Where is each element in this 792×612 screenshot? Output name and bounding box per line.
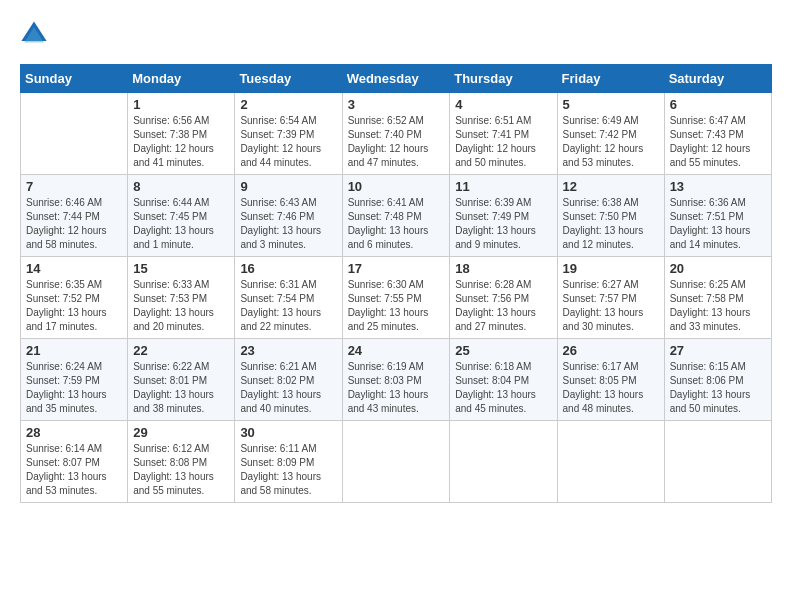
day-cell: 26Sunrise: 6:17 AM Sunset: 8:05 PM Dayli…	[557, 339, 664, 421]
day-number: 13	[670, 179, 766, 194]
day-cell	[21, 93, 128, 175]
day-cell: 19Sunrise: 6:27 AM Sunset: 7:57 PM Dayli…	[557, 257, 664, 339]
column-header-friday: Friday	[557, 65, 664, 93]
week-row-1: 1Sunrise: 6:56 AM Sunset: 7:38 PM Daylig…	[21, 93, 772, 175]
day-cell: 2Sunrise: 6:54 AM Sunset: 7:39 PM Daylig…	[235, 93, 342, 175]
day-number: 26	[563, 343, 659, 358]
day-info: Sunrise: 6:11 AM Sunset: 8:09 PM Dayligh…	[240, 442, 336, 498]
day-cell: 30Sunrise: 6:11 AM Sunset: 8:09 PM Dayli…	[235, 421, 342, 503]
day-info: Sunrise: 6:22 AM Sunset: 8:01 PM Dayligh…	[133, 360, 229, 416]
calendar-header: SundayMondayTuesdayWednesdayThursdayFrid…	[21, 65, 772, 93]
day-number: 12	[563, 179, 659, 194]
day-number: 9	[240, 179, 336, 194]
page-header	[20, 20, 772, 48]
day-cell: 11Sunrise: 6:39 AM Sunset: 7:49 PM Dayli…	[450, 175, 557, 257]
day-cell: 20Sunrise: 6:25 AM Sunset: 7:58 PM Dayli…	[664, 257, 771, 339]
day-number: 15	[133, 261, 229, 276]
week-row-3: 14Sunrise: 6:35 AM Sunset: 7:52 PM Dayli…	[21, 257, 772, 339]
day-info: Sunrise: 6:35 AM Sunset: 7:52 PM Dayligh…	[26, 278, 122, 334]
day-number: 11	[455, 179, 551, 194]
day-number: 23	[240, 343, 336, 358]
day-info: Sunrise: 6:49 AM Sunset: 7:42 PM Dayligh…	[563, 114, 659, 170]
column-header-saturday: Saturday	[664, 65, 771, 93]
day-info: Sunrise: 6:52 AM Sunset: 7:40 PM Dayligh…	[348, 114, 445, 170]
day-cell: 28Sunrise: 6:14 AM Sunset: 8:07 PM Dayli…	[21, 421, 128, 503]
day-number: 29	[133, 425, 229, 440]
day-cell: 5Sunrise: 6:49 AM Sunset: 7:42 PM Daylig…	[557, 93, 664, 175]
header-row: SundayMondayTuesdayWednesdayThursdayFrid…	[21, 65, 772, 93]
day-cell	[557, 421, 664, 503]
day-cell: 12Sunrise: 6:38 AM Sunset: 7:50 PM Dayli…	[557, 175, 664, 257]
day-cell: 25Sunrise: 6:18 AM Sunset: 8:04 PM Dayli…	[450, 339, 557, 421]
day-cell: 22Sunrise: 6:22 AM Sunset: 8:01 PM Dayli…	[128, 339, 235, 421]
day-cell: 18Sunrise: 6:28 AM Sunset: 7:56 PM Dayli…	[450, 257, 557, 339]
column-header-thursday: Thursday	[450, 65, 557, 93]
week-row-5: 28Sunrise: 6:14 AM Sunset: 8:07 PM Dayli…	[21, 421, 772, 503]
day-number: 6	[670, 97, 766, 112]
day-info: Sunrise: 6:17 AM Sunset: 8:05 PM Dayligh…	[563, 360, 659, 416]
day-info: Sunrise: 6:30 AM Sunset: 7:55 PM Dayligh…	[348, 278, 445, 334]
day-cell: 21Sunrise: 6:24 AM Sunset: 7:59 PM Dayli…	[21, 339, 128, 421]
day-cell: 14Sunrise: 6:35 AM Sunset: 7:52 PM Dayli…	[21, 257, 128, 339]
day-info: Sunrise: 6:15 AM Sunset: 8:06 PM Dayligh…	[670, 360, 766, 416]
day-number: 4	[455, 97, 551, 112]
day-number: 3	[348, 97, 445, 112]
day-cell: 29Sunrise: 6:12 AM Sunset: 8:08 PM Dayli…	[128, 421, 235, 503]
day-cell: 6Sunrise: 6:47 AM Sunset: 7:43 PM Daylig…	[664, 93, 771, 175]
logo	[20, 20, 52, 48]
day-info: Sunrise: 6:51 AM Sunset: 7:41 PM Dayligh…	[455, 114, 551, 170]
day-number: 18	[455, 261, 551, 276]
day-cell	[664, 421, 771, 503]
day-info: Sunrise: 6:14 AM Sunset: 8:07 PM Dayligh…	[26, 442, 122, 498]
day-info: Sunrise: 6:41 AM Sunset: 7:48 PM Dayligh…	[348, 196, 445, 252]
day-cell: 7Sunrise: 6:46 AM Sunset: 7:44 PM Daylig…	[21, 175, 128, 257]
logo-icon	[20, 20, 48, 48]
day-cell: 1Sunrise: 6:56 AM Sunset: 7:38 PM Daylig…	[128, 93, 235, 175]
day-info: Sunrise: 6:54 AM Sunset: 7:39 PM Dayligh…	[240, 114, 336, 170]
day-info: Sunrise: 6:12 AM Sunset: 8:08 PM Dayligh…	[133, 442, 229, 498]
day-number: 10	[348, 179, 445, 194]
day-info: Sunrise: 6:19 AM Sunset: 8:03 PM Dayligh…	[348, 360, 445, 416]
day-cell: 16Sunrise: 6:31 AM Sunset: 7:54 PM Dayli…	[235, 257, 342, 339]
day-info: Sunrise: 6:25 AM Sunset: 7:58 PM Dayligh…	[670, 278, 766, 334]
day-info: Sunrise: 6:21 AM Sunset: 8:02 PM Dayligh…	[240, 360, 336, 416]
day-info: Sunrise: 6:36 AM Sunset: 7:51 PM Dayligh…	[670, 196, 766, 252]
calendar-body: 1Sunrise: 6:56 AM Sunset: 7:38 PM Daylig…	[21, 93, 772, 503]
day-info: Sunrise: 6:46 AM Sunset: 7:44 PM Dayligh…	[26, 196, 122, 252]
day-number: 19	[563, 261, 659, 276]
day-info: Sunrise: 6:24 AM Sunset: 7:59 PM Dayligh…	[26, 360, 122, 416]
day-info: Sunrise: 6:38 AM Sunset: 7:50 PM Dayligh…	[563, 196, 659, 252]
week-row-4: 21Sunrise: 6:24 AM Sunset: 7:59 PM Dayli…	[21, 339, 772, 421]
day-number: 8	[133, 179, 229, 194]
day-info: Sunrise: 6:47 AM Sunset: 7:43 PM Dayligh…	[670, 114, 766, 170]
day-number: 24	[348, 343, 445, 358]
day-cell: 8Sunrise: 6:44 AM Sunset: 7:45 PM Daylig…	[128, 175, 235, 257]
day-number: 1	[133, 97, 229, 112]
day-cell: 13Sunrise: 6:36 AM Sunset: 7:51 PM Dayli…	[664, 175, 771, 257]
day-number: 21	[26, 343, 122, 358]
column-header-sunday: Sunday	[21, 65, 128, 93]
day-cell: 15Sunrise: 6:33 AM Sunset: 7:53 PM Dayli…	[128, 257, 235, 339]
day-number: 28	[26, 425, 122, 440]
day-info: Sunrise: 6:39 AM Sunset: 7:49 PM Dayligh…	[455, 196, 551, 252]
column-header-tuesday: Tuesday	[235, 65, 342, 93]
column-header-monday: Monday	[128, 65, 235, 93]
day-cell: 23Sunrise: 6:21 AM Sunset: 8:02 PM Dayli…	[235, 339, 342, 421]
day-number: 14	[26, 261, 122, 276]
day-cell	[342, 421, 450, 503]
day-cell: 10Sunrise: 6:41 AM Sunset: 7:48 PM Dayli…	[342, 175, 450, 257]
day-info: Sunrise: 6:33 AM Sunset: 7:53 PM Dayligh…	[133, 278, 229, 334]
day-info: Sunrise: 6:18 AM Sunset: 8:04 PM Dayligh…	[455, 360, 551, 416]
day-number: 2	[240, 97, 336, 112]
day-info: Sunrise: 6:44 AM Sunset: 7:45 PM Dayligh…	[133, 196, 229, 252]
day-cell: 9Sunrise: 6:43 AM Sunset: 7:46 PM Daylig…	[235, 175, 342, 257]
day-cell: 24Sunrise: 6:19 AM Sunset: 8:03 PM Dayli…	[342, 339, 450, 421]
day-cell	[450, 421, 557, 503]
day-cell: 17Sunrise: 6:30 AM Sunset: 7:55 PM Dayli…	[342, 257, 450, 339]
day-number: 20	[670, 261, 766, 276]
day-cell: 4Sunrise: 6:51 AM Sunset: 7:41 PM Daylig…	[450, 93, 557, 175]
day-cell: 3Sunrise: 6:52 AM Sunset: 7:40 PM Daylig…	[342, 93, 450, 175]
day-cell: 27Sunrise: 6:15 AM Sunset: 8:06 PM Dayli…	[664, 339, 771, 421]
day-number: 7	[26, 179, 122, 194]
day-info: Sunrise: 6:56 AM Sunset: 7:38 PM Dayligh…	[133, 114, 229, 170]
